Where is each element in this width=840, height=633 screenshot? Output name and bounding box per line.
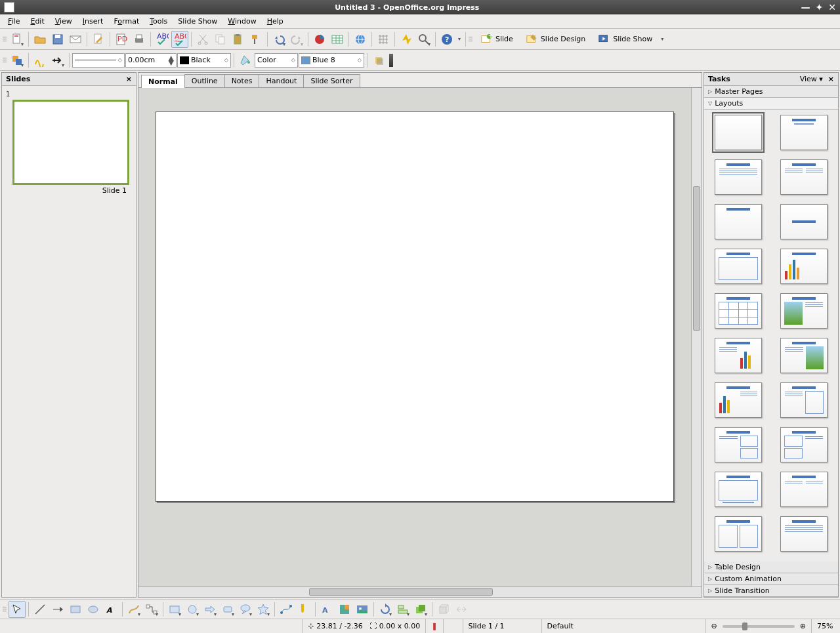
- help-button[interactable]: ?: [438, 31, 455, 48]
- basic-shapes-tool[interactable]: [166, 601, 183, 618]
- chart-button[interactable]: [311, 31, 328, 48]
- layout-text-object[interactable]: [780, 382, 828, 418]
- arrange-tool[interactable]: [412, 601, 429, 618]
- close-button[interactable]: ✕: [828, 2, 836, 12]
- select-tool[interactable]: [9, 601, 26, 618]
- minimize-button[interactable]: —: [801, 2, 810, 12]
- layout-title-content[interactable]: [715, 159, 762, 195]
- section-master-pages[interactable]: ▷Master Pages: [704, 86, 838, 98]
- line-width-spin[interactable]: 0.00cm▲▼: [125, 53, 177, 68]
- slide-thumbnail-1[interactable]: [12, 100, 129, 185]
- copy-button[interactable]: [212, 31, 229, 48]
- layout-title[interactable]: [780, 115, 828, 150]
- auto-spellcheck-button[interactable]: ABC: [171, 31, 188, 48]
- tasks-view-menu[interactable]: View ▾: [800, 75, 823, 83]
- zoom-button[interactable]: [415, 31, 432, 48]
- layout-text-chart[interactable]: [715, 338, 762, 373]
- menu-view[interactable]: View: [50, 16, 77, 27]
- maximize-button[interactable]: ✦: [816, 2, 824, 12]
- section-layouts[interactable]: ▽Layouts: [704, 98, 838, 110]
- spellcheck-button[interactable]: ABC: [154, 31, 171, 48]
- navigator-button[interactable]: [398, 31, 415, 48]
- zoom-in-icon[interactable]: ⊕: [800, 622, 806, 630]
- shadow-button[interactable]: [370, 52, 387, 69]
- line-color-combo[interactable]: Black◇: [177, 53, 231, 68]
- area-button[interactable]: [237, 52, 254, 69]
- slide-design-button[interactable]: Slide Design: [520, 31, 591, 48]
- redo-button[interactable]: [288, 31, 305, 48]
- menu-file[interactable]: File: [3, 16, 25, 27]
- layout-title-2content-text[interactable]: [715, 516, 762, 552]
- hyperlink-button[interactable]: [352, 31, 369, 48]
- flowchart-tool[interactable]: [219, 601, 236, 618]
- layout-centered[interactable]: [780, 204, 828, 239]
- tab-outline[interactable]: Outline: [184, 74, 225, 87]
- stars-tool[interactable]: [255, 601, 272, 618]
- layout-text-2obj[interactable]: [715, 427, 762, 462]
- horizontal-scrollbar[interactable]: [138, 586, 702, 597]
- section-slide-transition[interactable]: ▷Slide Transition: [704, 585, 838, 597]
- text-tool[interactable]: A: [102, 601, 119, 618]
- status-zoom-value[interactable]: 75%: [811, 619, 840, 633]
- zoom-out-icon[interactable]: ⊖: [711, 622, 717, 630]
- arrow-tool[interactable]: [49, 601, 66, 618]
- align-tool[interactable]: [394, 601, 411, 618]
- layout-clipart-text[interactable]: [780, 293, 828, 329]
- open-button[interactable]: [32, 31, 49, 48]
- menu-insert[interactable]: Insert: [77, 16, 109, 27]
- menu-tools[interactable]: Tools: [144, 16, 173, 27]
- points-tool[interactable]: [278, 601, 295, 618]
- extrusion-tool[interactable]: [435, 601, 452, 618]
- new-button[interactable]: [9, 31, 26, 48]
- menu-format[interactable]: Format: [108, 16, 144, 27]
- menu-window[interactable]: Window: [222, 16, 261, 27]
- table-button[interactable]: [329, 31, 346, 48]
- cut-button[interactable]: [194, 31, 211, 48]
- line-style-combo[interactable]: ◇: [72, 53, 125, 68]
- edit-file-button[interactable]: [90, 31, 107, 48]
- arrange-button[interactable]: [9, 52, 26, 69]
- email-button[interactable]: [67, 31, 84, 48]
- tasks-panel-close[interactable]: ×: [828, 75, 834, 83]
- print-button[interactable]: [131, 31, 148, 48]
- tab-slidesorter[interactable]: Slide Sorter: [303, 74, 360, 87]
- menu-edit[interactable]: Edit: [25, 16, 49, 27]
- curve-tool[interactable]: [125, 601, 142, 618]
- layout-chart[interactable]: [780, 249, 828, 284]
- line-tool[interactable]: [32, 601, 49, 618]
- gallery-tool[interactable]: [354, 601, 371, 618]
- layout-2text[interactable]: [715, 472, 762, 507]
- callouts-tool[interactable]: [237, 601, 254, 618]
- zoom-slider[interactable]: [723, 625, 795, 628]
- line-style-button[interactable]: [32, 52, 49, 69]
- fontwork-tool[interactable]: A: [318, 601, 335, 618]
- interaction-tool[interactable]: [453, 601, 470, 618]
- toolbar-handle-2[interactable]: [469, 31, 472, 47]
- connector-tool[interactable]: [143, 601, 160, 618]
- status-zoom-controls[interactable]: ⊖ ⊕: [705, 619, 811, 633]
- toolbar-handle[interactable]: [3, 31, 7, 47]
- toolbar-end-grip[interactable]: [389, 54, 393, 67]
- toolbar-overflow-2[interactable]: ▾: [659, 31, 665, 48]
- section-table-design[interactable]: ▷Table Design: [704, 562, 838, 573]
- layout-4obj[interactable]: [780, 472, 828, 507]
- save-button[interactable]: [49, 31, 66, 48]
- slides-panel-close[interactable]: ×: [126, 75, 132, 83]
- canvas-viewport[interactable]: [138, 88, 691, 586]
- rotate-tool[interactable]: [377, 601, 394, 618]
- layout-table[interactable]: [715, 293, 762, 329]
- slide-canvas[interactable]: [156, 112, 674, 502]
- layout-6obj[interactable]: [780, 516, 828, 552]
- toolbar-handle-3[interactable]: [3, 52, 7, 68]
- export-pdf-button[interactable]: PDF: [113, 31, 130, 48]
- layout-blank[interactable]: [715, 115, 762, 150]
- tab-notes[interactable]: Notes: [224, 74, 260, 87]
- format-paintbrush-button[interactable]: [247, 31, 264, 48]
- menu-help[interactable]: Help: [262, 16, 289, 27]
- layout-two-content[interactable]: [780, 159, 828, 195]
- fill-mode-combo[interactable]: Color◇: [255, 53, 298, 68]
- insert-slide-button[interactable]: +Slide: [474, 31, 519, 48]
- menu-slideshow[interactable]: Slide Show: [173, 16, 222, 27]
- layout-chart-text[interactable]: [715, 382, 762, 418]
- slideshow-button[interactable]: Slide Show: [592, 31, 658, 48]
